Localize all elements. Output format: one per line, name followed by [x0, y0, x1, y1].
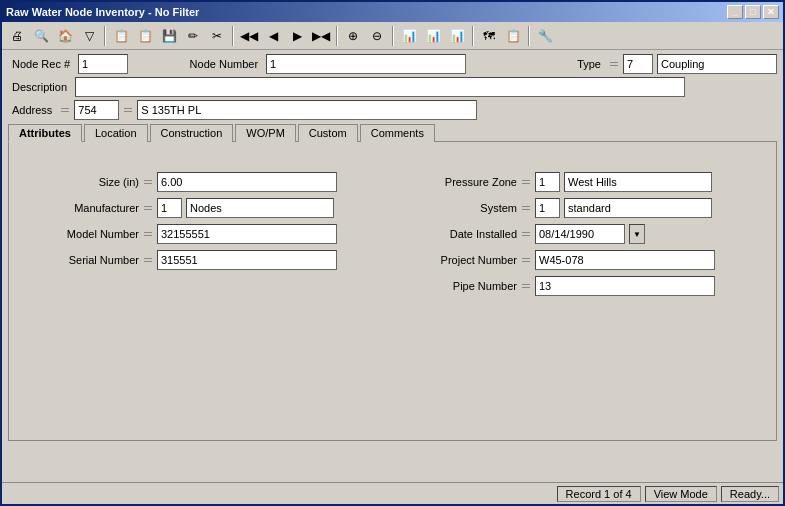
node-rec-input[interactable]	[78, 54, 128, 74]
model-sep	[144, 225, 152, 243]
close-button[interactable]: ✕	[763, 5, 779, 19]
pressure-zone-row: Pressure Zone	[407, 172, 715, 192]
model-number-input[interactable]	[157, 224, 337, 244]
node-number-input[interactable]	[266, 54, 466, 74]
date-installed-label: Date Installed	[407, 228, 517, 240]
system-input[interactable]	[564, 198, 712, 218]
size-row: Size (in)	[29, 172, 337, 192]
ready-status: Ready...	[721, 486, 779, 502]
pipe-number-row: Pipe Number	[407, 276, 715, 296]
model-number-row: Model Number	[29, 224, 337, 244]
view-mode-status: View Mode	[645, 486, 717, 502]
map-button[interactable]: 🗺	[478, 25, 500, 47]
pipe-number-label: Pipe Number	[407, 280, 517, 292]
size-sep	[144, 173, 152, 191]
sep1	[104, 26, 106, 46]
manufacturer-input[interactable]	[186, 198, 334, 218]
size-label: Size (in)	[29, 176, 139, 188]
address-num-input[interactable]	[74, 100, 119, 120]
manufacturer-id-input[interactable]	[157, 198, 182, 218]
tool2-button[interactable]: 📊	[422, 25, 444, 47]
prev-record-button[interactable]: ◀	[262, 25, 284, 47]
serial-number-row: Serial Number	[29, 250, 337, 270]
print-button[interactable]: 🖨	[6, 25, 28, 47]
serial-sep	[144, 251, 152, 269]
save-button[interactable]: 💾	[158, 25, 180, 47]
project-number-input[interactable]	[535, 250, 715, 270]
date-dropdown-button[interactable]: ▼	[629, 224, 645, 244]
report-button[interactable]: 📋	[502, 25, 524, 47]
tab-construction[interactable]: Construction	[150, 124, 234, 142]
pressure-zone-label: Pressure Zone	[407, 176, 517, 188]
node-rec-label: Node Rec #	[8, 57, 74, 71]
address-separator	[61, 101, 69, 119]
delete-button[interactable]: ⊖	[366, 25, 388, 47]
type-value-input[interactable]	[657, 54, 777, 74]
system-label: System	[407, 202, 517, 214]
tab-location[interactable]: Location	[84, 124, 148, 142]
maximize-button[interactable]: □	[745, 5, 761, 19]
pipe-number-input[interactable]	[535, 276, 715, 296]
title-bar: Raw Water Node Inventory - No Filter _ □…	[2, 2, 783, 22]
project-number-label: Project Number	[407, 254, 517, 266]
pressure-zone-id-input[interactable]	[535, 172, 560, 192]
home-button[interactable]: 🏠	[54, 25, 76, 47]
pressure-zone-input[interactable]	[564, 172, 712, 192]
size-input[interactable]	[157, 172, 337, 192]
attr-left-col: Size (in) Manufacturer	[29, 172, 337, 296]
project-sep	[522, 251, 530, 269]
edit-button[interactable]: ✏	[182, 25, 204, 47]
date-sep	[522, 225, 530, 243]
serial-number-input[interactable]	[157, 250, 337, 270]
paste-button[interactable]: 📋	[134, 25, 156, 47]
tabs-container: Attributes Location Construction WO/PM C…	[8, 124, 777, 441]
tab-comments[interactable]: Comments	[360, 124, 435, 142]
first-record-button[interactable]: ◀◀	[238, 25, 260, 47]
date-installed-input[interactable]	[535, 224, 625, 244]
system-row: System	[407, 198, 715, 218]
next-record-button[interactable]: ▶	[286, 25, 308, 47]
sep5	[472, 26, 474, 46]
manufacturer-row: Manufacturer	[29, 198, 337, 218]
manufacturer-label: Manufacturer	[29, 202, 139, 214]
tab-attributes[interactable]: Attributes	[8, 124, 82, 142]
search-button[interactable]: 🔍	[30, 25, 52, 47]
tool3-button[interactable]: 📊	[446, 25, 468, 47]
toolbar: 🖨 🔍 🏠 ▽ 📋 📋 💾 ✏ ✂ ◀◀ ◀ ▶ ▶◀ ⊕ ⊖ 📊 📊 📊 🗺 …	[2, 22, 783, 50]
status-bar: Record 1 of 4 View Mode Ready...	[2, 482, 783, 504]
extra-button[interactable]: 🔧	[534, 25, 556, 47]
filter-button[interactable]: ▽	[78, 25, 100, 47]
copy-button[interactable]: 📋	[110, 25, 132, 47]
address-street-input[interactable]	[137, 100, 477, 120]
cut-button[interactable]: ✂	[206, 25, 228, 47]
window-title: Raw Water Node Inventory - No Filter	[6, 6, 199, 18]
last-record-button[interactable]: ▶◀	[310, 25, 332, 47]
type-id-input[interactable]	[623, 54, 653, 74]
sep3	[336, 26, 338, 46]
type-label: Type	[573, 57, 605, 71]
project-number-row: Project Number	[407, 250, 715, 270]
address-label: Address	[8, 103, 56, 117]
attr-right-col: Pressure Zone System	[407, 172, 715, 296]
add-button[interactable]: ⊕	[342, 25, 364, 47]
node-number-label: Node Number	[186, 57, 262, 71]
description-input[interactable]	[75, 77, 685, 97]
pipe-sep	[522, 277, 530, 295]
tool1-button[interactable]: 📊	[398, 25, 420, 47]
system-sep	[522, 199, 530, 217]
attributes-grid: Size (in) Manufacturer	[19, 152, 766, 316]
tab-custom[interactable]: Custom	[298, 124, 358, 142]
main-content: Node Rec # Node Number Type Description …	[2, 50, 783, 445]
pressure-sep	[522, 173, 530, 191]
description-row: Description	[8, 77, 777, 97]
system-id-input[interactable]	[535, 198, 560, 218]
tabs-row: Attributes Location Construction WO/PM C…	[8, 124, 777, 142]
sep6	[528, 26, 530, 46]
type-separator	[610, 55, 618, 73]
model-number-label: Model Number	[29, 228, 139, 240]
minimize-button[interactable]: _	[727, 5, 743, 19]
sep2	[232, 26, 234, 46]
tab-wopm[interactable]: WO/PM	[235, 124, 296, 142]
sep4	[392, 26, 394, 46]
date-installed-row: Date Installed ▼	[407, 224, 715, 244]
